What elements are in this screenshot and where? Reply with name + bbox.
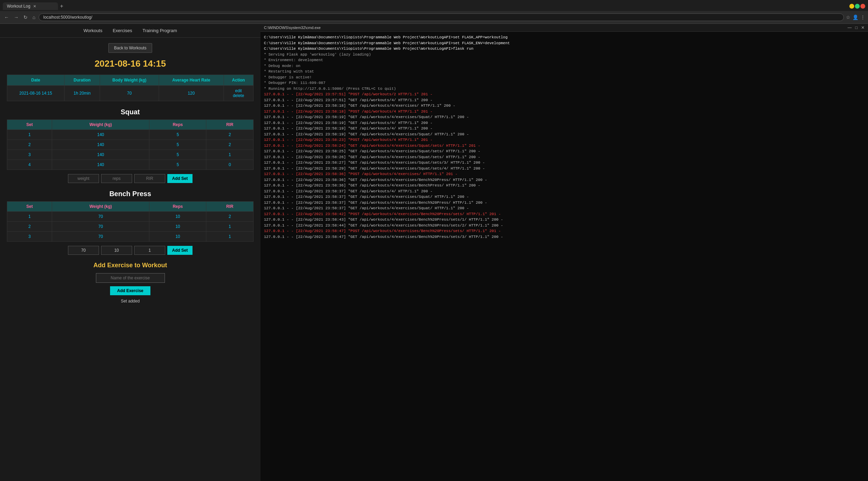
terminal-minimize-icon[interactable]: — <box>848 25 852 30</box>
terminal-line: * Debugger PIN: 111-699-087 <box>264 80 865 86</box>
url-input[interactable] <box>39 13 844 21</box>
tab-bar: Workout Log ✕ + <box>0 0 868 11</box>
squat-weight-input[interactable] <box>68 174 99 183</box>
home-button[interactable]: ⌂ <box>31 14 37 21</box>
minimize-button[interactable] <box>849 4 854 9</box>
terminal-line: 127.0.0.1 - - [22/Aug/2021 23:58:36] "PO… <box>264 171 865 177</box>
window-controls <box>849 4 865 9</box>
squat-weight-val: 140 <box>52 130 149 140</box>
terminal-window-controls: — □ ✕ <box>848 25 865 30</box>
edit-link[interactable]: edit <box>228 88 249 93</box>
bench-rir-val: 2 <box>206 212 254 222</box>
table-row: 3 140 5 1 <box>7 150 254 160</box>
back-nav-button[interactable]: ← <box>3 14 10 21</box>
terminal-line: 127.0.0.1 - - [22/Aug/2021 23:58:19] "GE… <box>264 126 865 132</box>
close-button[interactable] <box>860 4 865 9</box>
bench-add-set-button[interactable]: Add Set <box>167 246 193 255</box>
terminal-line: 127.0.0.1 - - [22/Aug/2021 23:58:43] "GE… <box>264 217 865 223</box>
squat-rir-input[interactable] <box>134 174 165 183</box>
terminal-line: 127.0.0.1 - - [22/Aug/2021 23:58:26] "GE… <box>264 154 865 160</box>
terminal-line: 127.0.0.1 - - [22/Aug/2021 23:58:47] "PO… <box>264 228 865 234</box>
bench-set-num: 2 <box>7 222 52 232</box>
squat-col-weight: Weight (kg) <box>52 120 149 130</box>
bench-weight-input[interactable] <box>68 246 99 255</box>
terminal-line: 127.0.0.1 - - [22/Aug/2021 23:58:36] "GE… <box>264 177 865 183</box>
terminal-line: * Running on http://127.0.0.1:5000/ (Pre… <box>264 86 865 92</box>
tab-title: Workout Log <box>7 4 30 9</box>
terminal-line: 127.0.0.1 - - [22/Aug/2021 23:58:37] "GE… <box>264 194 865 200</box>
squat-reps-val: 5 <box>149 130 206 140</box>
bench-set-num: 1 <box>7 212 52 222</box>
add-exercise-title: Add Exercise to Workout <box>7 262 254 269</box>
terminal-line: 127.0.0.1 - - [22/Aug/2021 23:58:37] "GE… <box>264 189 865 194</box>
squat-set-num: 2 <box>7 140 52 150</box>
squat-col-rir: RIR <box>206 120 254 130</box>
summary-col-weight: Body Weight (kg) <box>100 75 159 86</box>
add-exercise-section: Add Exercise to Workout Add Exercise Set… <box>7 262 254 304</box>
squat-set-num: 4 <box>7 160 52 170</box>
squat-col-set: Set <box>7 120 52 130</box>
exercise-name-input[interactable] <box>96 273 165 283</box>
summary-col-duration: Duration <box>64 75 100 86</box>
table-row: 2 140 5 2 <box>7 140 254 150</box>
terminal-line: * Debugger is active! <box>264 75 865 80</box>
bench-weight-val: 70 <box>52 232 149 242</box>
terminal-close-icon[interactable]: ✕ <box>861 25 865 30</box>
summary-col-action: Action <box>224 75 253 86</box>
workout-datetime: 2021-08-16 14:15 <box>7 58 254 69</box>
nav-exercises[interactable]: Exercises <box>113 28 132 33</box>
new-tab-button[interactable]: + <box>58 2 65 10</box>
squat-rir-val: 2 <box>206 140 254 150</box>
terminal-line: 127.0.0.1 - - [22/Aug/2021 23:58:18] "GE… <box>264 103 865 109</box>
squat-rir-val: 2 <box>206 130 254 140</box>
squat-set-num: 3 <box>7 150 52 160</box>
address-bar: ← → ↻ ⌂ ☆ 👤 ⋮ <box>0 11 868 23</box>
set-added-message: Set added <box>7 299 254 304</box>
terminal-line: C:\Users\Ville Kylmämaa\Documents\Yliopi… <box>264 46 865 52</box>
bench-reps-input[interactable] <box>101 246 132 255</box>
bench-reps-val: 10 <box>149 212 206 222</box>
terminal-line: 127.0.0.1 - - [22/Aug/2021 23:58:44] "GE… <box>264 223 865 229</box>
terminal-line: * Restarting with stat <box>264 69 865 75</box>
main-layout: Workouts Exercises Training Program Back… <box>0 24 868 481</box>
summary-table: Date Duration Body Weight (kg) Average H… <box>7 75 254 101</box>
nav-training-program[interactable]: Training Program <box>142 28 177 33</box>
forward-nav-button[interactable]: → <box>12 14 20 21</box>
squat-weight-val: 140 <box>52 150 149 160</box>
squat-reps-input[interactable] <box>101 174 132 183</box>
squat-col-reps: Reps <box>149 120 206 130</box>
terminal-line: C:\Users\Ville Kylmämaa\Documents\Yliopi… <box>264 35 865 40</box>
nav-workouts[interactable]: Workouts <box>83 28 102 33</box>
table-row: 1 70 10 2 <box>7 212 254 222</box>
squat-set-num: 1 <box>7 130 52 140</box>
squat-weight-val: 140 <box>52 140 149 150</box>
terminal-line: 127.0.0.1 - - [22/Aug/2021 23:57:51] "GE… <box>264 97 865 103</box>
menu-icon: ⋮ <box>860 15 865 20</box>
squat-reps-val: 5 <box>149 140 206 150</box>
bench-rir-val: 1 <box>206 232 254 242</box>
squat-add-set-button[interactable]: Add Set <box>167 174 193 183</box>
bench-col-weight: Weight (kg) <box>52 202 149 212</box>
back-to-workouts-button[interactable]: Back to Workouts <box>108 43 152 53</box>
reload-button[interactable]: ↻ <box>22 14 29 21</box>
bench-set-num: 3 <box>7 232 52 242</box>
maximize-button[interactable] <box>855 4 860 9</box>
table-row: 3 70 10 1 <box>7 232 254 242</box>
active-tab[interactable]: Workout Log ✕ <box>3 2 58 10</box>
browser-icons: ☆ 👤 ⋮ <box>846 15 865 20</box>
bookmark-icon: ☆ <box>846 15 850 20</box>
terminal-line: 127.0.0.1 - - [22/Aug/2021 23:58:23] "PO… <box>264 137 865 143</box>
bench-rir-input[interactable] <box>134 246 165 255</box>
add-exercise-button[interactable]: Add Exercise <box>110 286 150 295</box>
summary-col-hr: Average Heart Rate <box>159 75 224 86</box>
bench-reps-val: 10 <box>149 222 206 232</box>
delete-link[interactable]: delete <box>228 93 249 98</box>
tab-close-button[interactable]: ✕ <box>33 4 36 9</box>
bench-weight-val: 70 <box>52 212 149 222</box>
bench-col-reps: Reps <box>149 202 206 212</box>
terminal-title-bar: C:\WINDOWS\system32\cmd.exe — □ ✕ <box>260 24 868 32</box>
terminal-line: 127.0.0.1 - - [22/Aug/2021 23:58:19] "GE… <box>264 114 865 120</box>
terminal-maximize-icon[interactable]: □ <box>855 25 858 30</box>
row-avg-hr: 120 <box>159 86 224 101</box>
row-date: 2021-08-16 14:15 <box>7 86 65 101</box>
